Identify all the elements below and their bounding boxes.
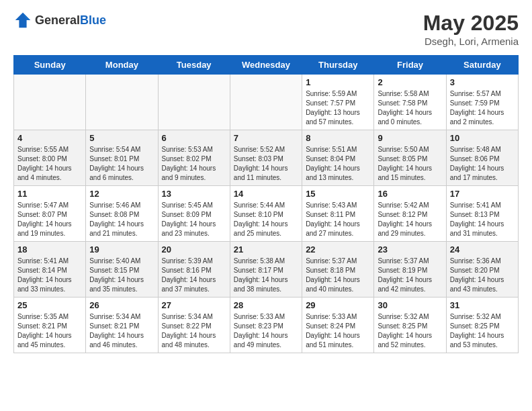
day-number: 7 <box>234 133 298 143</box>
day-number: 13 <box>162 189 226 199</box>
calendar-cell <box>158 75 230 130</box>
day-info: Sunrise: 5:33 AMSunset: 8:23 PMDaylight:… <box>234 312 298 350</box>
day-info: Sunrise: 5:32 AMSunset: 8:25 PMDaylight:… <box>378 312 442 350</box>
day-info: Sunrise: 5:38 AMSunset: 8:17 PMDaylight:… <box>234 257 298 294</box>
calendar-cell: 12Sunrise: 5:46 AMSunset: 8:08 PMDayligh… <box>86 186 158 242</box>
day-info: Sunrise: 5:55 AMSunset: 8:00 PMDaylight:… <box>17 145 82 183</box>
day-number: 25 <box>17 300 82 310</box>
calendar-cell: 30Sunrise: 5:32 AMSunset: 8:25 PMDayligh… <box>374 298 446 353</box>
calendar-cell: 14Sunrise: 5:44 AMSunset: 8:10 PMDayligh… <box>230 186 302 242</box>
calendar-cell: 6Sunrise: 5:53 AMSunset: 8:02 PMDaylight… <box>158 130 230 186</box>
calendar-cell: 5Sunrise: 5:54 AMSunset: 8:01 PMDaylight… <box>86 130 158 186</box>
day-number: 22 <box>306 244 370 255</box>
header-wednesday: Wednesday <box>230 56 302 75</box>
day-number: 16 <box>378 189 442 199</box>
calendar-week-row: 18Sunrise: 5:41 AMSunset: 8:14 PMDayligh… <box>14 242 519 298</box>
day-info: Sunrise: 5:39 AMSunset: 8:16 PMDaylight:… <box>162 257 226 294</box>
day-info: Sunrise: 5:32 AMSunset: 8:25 PMDaylight:… <box>450 312 515 350</box>
logo-blue: Blue <box>80 13 106 27</box>
header-monday: Monday <box>86 56 158 75</box>
day-info: Sunrise: 5:36 AMSunset: 8:20 PMDaylight:… <box>450 257 515 294</box>
day-number: 20 <box>162 244 226 255</box>
day-number: 2 <box>378 77 442 87</box>
calendar-cell <box>14 75 86 130</box>
calendar-cell: 27Sunrise: 5:34 AMSunset: 8:22 PMDayligh… <box>158 298 230 353</box>
day-info: Sunrise: 5:57 AMSunset: 7:59 PMDaylight:… <box>450 89 515 127</box>
calendar-cell: 28Sunrise: 5:33 AMSunset: 8:23 PMDayligh… <box>230 298 302 353</box>
day-number: 11 <box>17 189 82 199</box>
calendar-cell: 10Sunrise: 5:48 AMSunset: 8:06 PMDayligh… <box>446 130 518 186</box>
calendar-cell: 22Sunrise: 5:37 AMSunset: 8:18 PMDayligh… <box>302 242 374 298</box>
day-number: 21 <box>234 244 298 255</box>
day-number: 30 <box>378 300 442 310</box>
header: GeneralBlue May 2025 Dsegh, Lori, Armeni… <box>13 11 519 47</box>
calendar-table: Sunday Monday Tuesday Wednesday Thursday… <box>13 55 519 353</box>
day-number: 3 <box>450 77 515 87</box>
day-number: 28 <box>234 300 298 310</box>
day-info: Sunrise: 5:53 AMSunset: 8:02 PMDaylight:… <box>162 145 226 183</box>
day-number: 4 <box>17 133 82 143</box>
day-number: 15 <box>306 189 370 199</box>
calendar-week-row: 1Sunrise: 5:59 AMSunset: 7:57 PMDaylight… <box>14 75 519 130</box>
calendar-cell: 18Sunrise: 5:41 AMSunset: 8:14 PMDayligh… <box>14 242 86 298</box>
day-info: Sunrise: 5:52 AMSunset: 8:03 PMDaylight:… <box>234 145 298 183</box>
day-info: Sunrise: 5:50 AMSunset: 8:05 PMDaylight:… <box>378 145 442 183</box>
day-number: 23 <box>378 244 442 255</box>
day-info: Sunrise: 5:37 AMSunset: 8:19 PMDaylight:… <box>378 257 442 294</box>
calendar-week-row: 25Sunrise: 5:35 AMSunset: 8:21 PMDayligh… <box>14 298 519 353</box>
day-info: Sunrise: 5:46 AMSunset: 8:08 PMDaylight:… <box>89 201 154 238</box>
day-info: Sunrise: 5:59 AMSunset: 7:57 PMDaylight:… <box>306 89 370 127</box>
logo: GeneralBlue <box>13 11 106 30</box>
day-number: 27 <box>162 300 226 310</box>
day-number: 17 <box>450 189 515 199</box>
header-saturday: Saturday <box>446 56 518 75</box>
day-number: 29 <box>306 300 370 310</box>
day-info: Sunrise: 5:45 AMSunset: 8:09 PMDaylight:… <box>162 201 226 238</box>
day-info: Sunrise: 5:33 AMSunset: 8:24 PMDaylight:… <box>306 312 370 350</box>
day-number: 9 <box>378 133 442 143</box>
calendar-cell: 7Sunrise: 5:52 AMSunset: 8:03 PMDaylight… <box>230 130 302 186</box>
calendar-cell: 11Sunrise: 5:47 AMSunset: 8:07 PMDayligh… <box>14 186 86 242</box>
day-number: 18 <box>17 244 82 255</box>
calendar-week-row: 11Sunrise: 5:47 AMSunset: 8:07 PMDayligh… <box>14 186 519 242</box>
title-block: May 2025 Dsegh, Lori, Armenia <box>423 11 519 47</box>
calendar-cell: 24Sunrise: 5:36 AMSunset: 8:20 PMDayligh… <box>446 242 518 298</box>
location-subtitle: Dsegh, Lori, Armenia <box>423 36 519 47</box>
calendar-cell: 16Sunrise: 5:42 AMSunset: 8:12 PMDayligh… <box>374 186 446 242</box>
calendar-cell: 3Sunrise: 5:57 AMSunset: 7:59 PMDaylight… <box>446 75 518 130</box>
day-info: Sunrise: 5:43 AMSunset: 8:11 PMDaylight:… <box>306 201 370 238</box>
calendar-cell: 15Sunrise: 5:43 AMSunset: 8:11 PMDayligh… <box>302 186 374 242</box>
day-number: 14 <box>234 189 298 199</box>
header-friday: Friday <box>374 56 446 75</box>
header-thursday: Thursday <box>302 56 374 75</box>
day-info: Sunrise: 5:41 AMSunset: 8:14 PMDaylight:… <box>17 257 82 294</box>
day-info: Sunrise: 5:47 AMSunset: 8:07 PMDaylight:… <box>17 201 82 238</box>
calendar-cell: 31Sunrise: 5:32 AMSunset: 8:25 PMDayligh… <box>446 298 518 353</box>
calendar-cell: 25Sunrise: 5:35 AMSunset: 8:21 PMDayligh… <box>14 298 86 353</box>
month-year-title: May 2025 <box>423 11 519 36</box>
day-number: 12 <box>89 189 154 199</box>
day-info: Sunrise: 5:40 AMSunset: 8:15 PMDaylight:… <box>89 257 154 294</box>
header-tuesday: Tuesday <box>158 56 230 75</box>
weekday-header-row: Sunday Monday Tuesday Wednesday Thursday… <box>14 56 519 75</box>
day-number: 10 <box>450 133 515 143</box>
day-info: Sunrise: 5:41 AMSunset: 8:13 PMDaylight:… <box>450 201 515 238</box>
day-info: Sunrise: 5:48 AMSunset: 8:06 PMDaylight:… <box>450 145 515 183</box>
day-number: 6 <box>162 133 226 143</box>
calendar-cell: 29Sunrise: 5:33 AMSunset: 8:24 PMDayligh… <box>302 298 374 353</box>
day-info: Sunrise: 5:37 AMSunset: 8:18 PMDaylight:… <box>306 257 370 294</box>
logo-general: General <box>35 13 80 27</box>
calendar-cell: 1Sunrise: 5:59 AMSunset: 7:57 PMDaylight… <box>302 75 374 130</box>
day-info: Sunrise: 5:58 AMSunset: 7:58 PMDaylight:… <box>378 89 442 127</box>
calendar-cell: 13Sunrise: 5:45 AMSunset: 8:09 PMDayligh… <box>158 186 230 242</box>
calendar-cell: 19Sunrise: 5:40 AMSunset: 8:15 PMDayligh… <box>86 242 158 298</box>
calendar-cell: 26Sunrise: 5:34 AMSunset: 8:21 PMDayligh… <box>86 298 158 353</box>
calendar-cell: 20Sunrise: 5:39 AMSunset: 8:16 PMDayligh… <box>158 242 230 298</box>
header-sunday: Sunday <box>14 56 86 75</box>
calendar-cell: 2Sunrise: 5:58 AMSunset: 7:58 PMDaylight… <box>374 75 446 130</box>
calendar-cell <box>86 75 158 130</box>
day-info: Sunrise: 5:54 AMSunset: 8:01 PMDaylight:… <box>89 145 154 183</box>
day-number: 24 <box>450 244 515 255</box>
day-info: Sunrise: 5:35 AMSunset: 8:21 PMDaylight:… <box>17 312 82 350</box>
day-number: 31 <box>450 300 515 310</box>
